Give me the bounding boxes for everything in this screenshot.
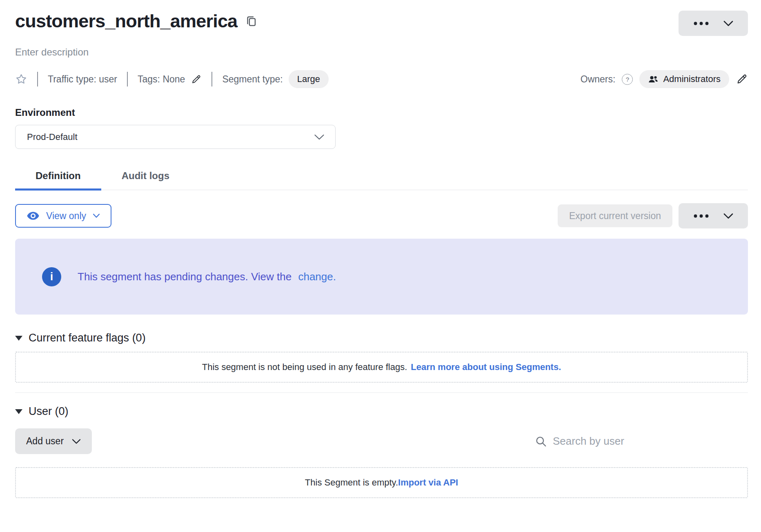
export-current-version-button[interactable]: Export current version bbox=[558, 204, 672, 227]
page-title: customers_north_america bbox=[15, 11, 237, 32]
banner-message-text: This segment has pending changes. View t… bbox=[78, 270, 291, 283]
people-icon bbox=[648, 74, 659, 84]
banner-message: This segment has pending changes. View t… bbox=[78, 270, 336, 283]
pencil-icon bbox=[736, 73, 748, 85]
star-icon bbox=[15, 73, 27, 85]
add-user-button[interactable]: Add user bbox=[15, 428, 92, 454]
user-section-header[interactable]: User (0) bbox=[15, 405, 748, 418]
pending-changes-banner: i This segment has pending changes. View… bbox=[15, 239, 748, 315]
owners-badge[interactable]: Administrators bbox=[639, 70, 729, 88]
view-only-label: View only bbox=[46, 211, 86, 222]
tab-bar: Definition Audit logs bbox=[15, 170, 748, 190]
owners-label: Owners: bbox=[581, 74, 616, 85]
divider bbox=[127, 72, 128, 86]
search-icon bbox=[535, 435, 547, 448]
tab-definition[interactable]: Definition bbox=[15, 170, 101, 190]
page-header: customers_north_america bbox=[15, 11, 748, 36]
divider bbox=[211, 72, 212, 86]
header-actions-menu-button[interactable] bbox=[679, 11, 748, 36]
chevron-down-icon bbox=[72, 439, 81, 444]
segment-detail-page: customers_north_america bbox=[0, 0, 761, 498]
user-empty-text: This Segment is empty. bbox=[305, 477, 398, 488]
title-wrap: customers_north_america bbox=[15, 11, 257, 32]
toolbar-right: Export current version bbox=[558, 203, 748, 228]
chevron-down-icon bbox=[93, 213, 100, 218]
environment-select[interactable]: Prod-Default bbox=[15, 125, 336, 149]
ellipsis-icon bbox=[694, 214, 709, 218]
meta-row: Traffic type: user Tags: None Segment ty… bbox=[15, 70, 748, 88]
section-divider bbox=[15, 392, 748, 393]
segment-type-item: Segment type: Large bbox=[222, 70, 329, 88]
segment-type-badge: Large bbox=[289, 70, 329, 88]
user-empty-state: This Segment is empty. Import via API bbox=[15, 467, 748, 498]
copy-icon bbox=[245, 15, 257, 28]
user-section: User (0) Add user bbox=[15, 405, 748, 498]
favorite-star-button[interactable] bbox=[15, 73, 27, 85]
search-by-user-input[interactable] bbox=[553, 435, 748, 448]
collapse-triangle-icon bbox=[15, 409, 22, 414]
add-user-label: Add user bbox=[26, 436, 64, 447]
edit-tags-button[interactable] bbox=[191, 74, 202, 85]
owners-group: Owners: ? Administrators bbox=[581, 70, 748, 88]
feature-flags-section: Current feature flags (0) This segment i… bbox=[15, 332, 748, 383]
chevron-down-icon bbox=[723, 213, 733, 219]
environment-selected-value: Prod-Default bbox=[27, 132, 78, 142]
view-change-link[interactable]: change. bbox=[298, 270, 336, 283]
info-icon: i bbox=[42, 267, 61, 286]
feature-flags-section-header[interactable]: Current feature flags (0) bbox=[15, 332, 748, 344]
user-controls-row: Add user bbox=[15, 428, 748, 454]
meta-left: Traffic type: user Tags: None Segment ty… bbox=[15, 70, 329, 88]
description-placeholder[interactable]: Enter description bbox=[15, 47, 748, 58]
collapse-triangle-icon bbox=[15, 336, 22, 341]
owners-value: Administrators bbox=[663, 74, 721, 84]
traffic-type-label: Traffic type: user bbox=[48, 74, 117, 85]
learn-more-segments-link[interactable]: Learn more about using Segments. bbox=[411, 362, 561, 372]
environment-label: Environment bbox=[15, 107, 748, 118]
divider bbox=[37, 72, 38, 86]
import-via-api-link[interactable]: Import via API bbox=[398, 477, 458, 488]
pencil-icon bbox=[191, 74, 202, 85]
chevron-down-icon bbox=[723, 20, 733, 27]
eye-icon bbox=[27, 211, 40, 220]
definition-actions-menu-button[interactable] bbox=[679, 203, 748, 228]
tab-audit-logs[interactable]: Audit logs bbox=[101, 170, 190, 190]
view-only-button[interactable]: View only bbox=[15, 204, 111, 228]
feature-flags-empty-state: This segment is not being used in any fe… bbox=[15, 352, 748, 383]
edit-owners-button[interactable] bbox=[736, 73, 748, 85]
ellipsis-icon bbox=[694, 22, 709, 25]
feature-flags-empty-text: This segment is not being used in any fe… bbox=[202, 362, 407, 372]
segment-type-label: Segment type: bbox=[222, 74, 283, 85]
feature-flags-section-title: Current feature flags (0) bbox=[29, 332, 146, 344]
user-section-title: User (0) bbox=[29, 405, 69, 418]
help-icon[interactable]: ? bbox=[622, 74, 633, 85]
user-search bbox=[535, 435, 748, 448]
definition-toolbar: View only Export current version bbox=[15, 203, 748, 228]
copy-name-button[interactable] bbox=[245, 15, 257, 28]
chevron-down-icon bbox=[314, 134, 325, 140]
tags-item: Tags: None bbox=[138, 74, 202, 85]
tags-label: Tags: None bbox=[138, 74, 185, 85]
